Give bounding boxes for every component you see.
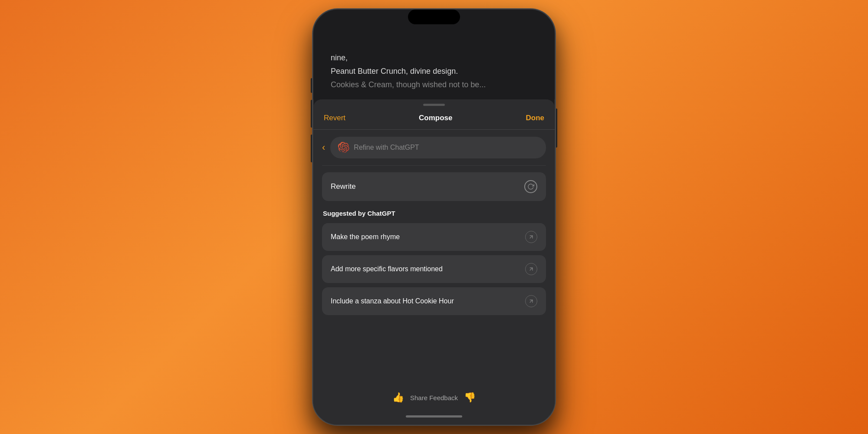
thumbs-up-button[interactable]: 👍 (392, 392, 404, 403)
chatgpt-logo-icon (338, 142, 349, 153)
done-button[interactable]: Done (526, 114, 544, 122)
search-area: ‹ Refine with ChatGPT (313, 130, 555, 165)
back-button[interactable]: ‹ (322, 142, 325, 153)
sheet-handle (423, 104, 445, 106)
phone-wrapper: nine, Peanut Butter Crunch, divine desig… (312, 9, 556, 425)
sheet-title: Compose (419, 114, 452, 122)
svg-line-1 (530, 268, 533, 270)
arrow-icon-2 (525, 295, 537, 307)
thumbs-down-button[interactable]: 👎 (464, 392, 476, 403)
suggestion-text-2: Include a stanza about Hot Cookie Hour (331, 297, 454, 305)
sheet-handle-area (313, 99, 555, 108)
dynamic-island-area (401, 10, 467, 24)
home-indicator-bar (406, 415, 462, 418)
svg-line-2 (530, 300, 533, 302)
search-bar[interactable]: Refine with ChatGPT (330, 137, 546, 158)
suggestion-item-0[interactable]: Make the poem rhyme (322, 223, 546, 251)
screen: nine, Peanut Butter Crunch, divine desig… (313, 10, 555, 424)
diagonal-arrow-icon (528, 266, 534, 272)
phone-frame: nine, Peanut Butter Crunch, divine desig… (312, 9, 556, 425)
revert-button[interactable]: Revert (324, 114, 345, 122)
suggestion-item-2[interactable]: Include a stanza about Hot Cookie Hour (322, 287, 546, 315)
feedback-footer: 👍 Share Feedback 👎 (313, 385, 555, 412)
suggestion-text-1: Add more specific flavors mentioned (331, 265, 443, 273)
options-area: Rewrite Suggested by ChatGPT Make the po… (313, 165, 555, 326)
bottom-sheet: Revert Compose Done ‹ (313, 108, 555, 424)
arrow-icon-1 (525, 263, 537, 275)
rewrite-icon (524, 180, 537, 193)
diagonal-arrow-icon (528, 298, 534, 304)
home-indicator-area (313, 412, 555, 424)
search-placeholder: Refine with ChatGPT (354, 144, 419, 151)
svg-line-0 (530, 236, 533, 238)
bg-line-3: Cookies & Cream, though wished not to be… (331, 79, 537, 91)
suggestion-text-0: Make the poem rhyme (331, 233, 400, 241)
sheet-header: Revert Compose Done (313, 108, 555, 129)
side-power-button (556, 108, 557, 148)
suggested-section-label: Suggested by ChatGPT (322, 210, 546, 217)
feedback-label: Share Feedback (410, 394, 458, 401)
rewrite-button[interactable]: Rewrite (322, 172, 546, 201)
suggestion-item-1[interactable]: Add more specific flavors mentioned (322, 255, 546, 283)
refresh-icon (527, 183, 534, 190)
arrow-icon-0 (525, 231, 537, 243)
rewrite-label: Rewrite (331, 182, 356, 191)
dynamic-island (408, 10, 460, 24)
bg-line-1: nine, (331, 52, 537, 64)
bg-line-2: Peanut Butter Crunch, divine design. (331, 66, 537, 77)
diagonal-arrow-icon (528, 234, 534, 240)
